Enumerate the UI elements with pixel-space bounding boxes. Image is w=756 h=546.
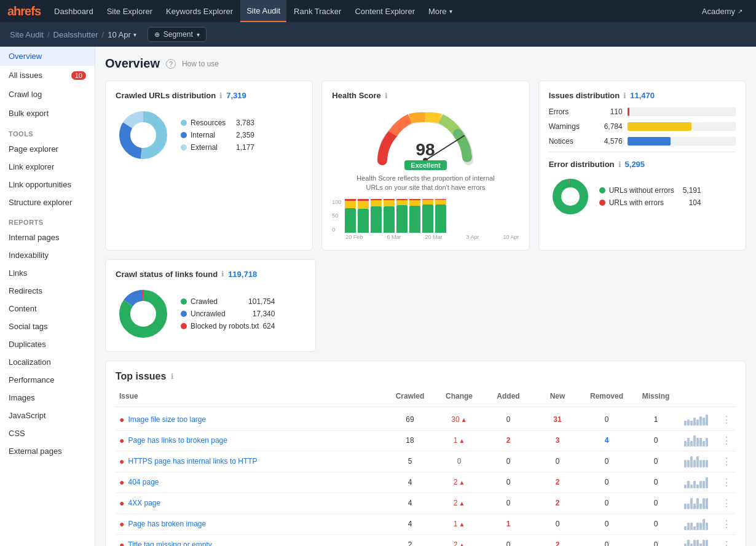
table-row[interactable]: ● Page has broken image 4 1 ▲ 1 0 0 0 ⋮ [116, 514, 736, 535]
th-actions [717, 389, 736, 403]
issues-dist-title: Issues distribution [549, 91, 620, 100]
sidebar: Overview All issues 10 Crawl log Bulk ex… [0, 47, 95, 546]
nav-dashboard[interactable]: Dashboard [48, 0, 100, 22]
sidebar-item-page-explorer[interactable]: Page explorer [0, 140, 95, 158]
sidebar-item-css[interactable]: CSS [0, 424, 95, 442]
sidebar-item-crawl-log[interactable]: Crawl log [0, 85, 95, 104]
crawled-urls-total: 7,319 [226, 91, 246, 100]
crawled-urls-title: Crawled URLs distribution [116, 91, 216, 100]
crawled-urls-card: Crawled URLs distribution ℹ 7,319 [105, 80, 313, 251]
top-issues-card: Top issues ℹ Issue Crawled Change Added … [105, 361, 746, 546]
main-content: Overview ? How to use Crawled URLs distr… [95, 47, 756, 546]
table-row[interactable]: ● Page has links to broken page 18 1 ▲ 2… [116, 431, 736, 451]
error-dist-donut [549, 175, 592, 218]
sidebar-item-overview[interactable]: Overview [0, 47, 95, 66]
sidebar-item-internal-pages[interactable]: Internal pages [0, 228, 95, 246]
sidebar-item-images[interactable]: Images [0, 389, 95, 407]
th-missing: Missing [631, 389, 680, 403]
crawl-status-info-icon[interactable]: ℹ [221, 270, 224, 278]
sidebar-item-duplicates[interactable]: Duplicates [0, 335, 95, 353]
top-issues-title: Top issues [116, 371, 166, 382]
table-row[interactable]: ● 404 page 4 2 ▲ 0 2 0 0 ⋮ [116, 472, 736, 493]
crawled-urls-legend: Resources 3,783 Internal 2,359 External … [181, 119, 254, 152]
error-dist-info-icon[interactable]: ℹ [618, 160, 621, 169]
th-sparkline [680, 389, 717, 403]
nav-rank-tracker[interactable]: Rank Tracker [288, 0, 347, 22]
th-change: Change [435, 389, 484, 403]
th-removed: Removed [582, 389, 631, 403]
sidebar-item-localization[interactable]: Localization [0, 353, 95, 371]
health-score-card: Health Score ℹ 98 [321, 80, 529, 251]
sidebar-item-links[interactable]: Links [0, 264, 95, 282]
bc-sep1: / [47, 30, 50, 39]
sidebar-item-link-explorer[interactable]: Link explorer [0, 158, 95, 176]
sidebar-item-indexability[interactable]: Indexability [0, 246, 95, 264]
page-title: Overview [105, 57, 160, 71]
sidebar-item-redirects[interactable]: Redirects [0, 282, 95, 300]
nav-site-explorer[interactable]: Site Explorer [101, 0, 159, 22]
table-row[interactable]: ● Image file size too large 69 30 ▲ 0 31… [116, 410, 736, 431]
table-row[interactable]: ● Title tag missing or empty 2 2 ▲ 0 2 0… [116, 535, 736, 546]
segment-button[interactable]: ⊕ Segment ▾ [148, 27, 207, 42]
issues-dist-info-icon[interactable]: ℹ [623, 92, 626, 100]
issues-distribution-card: Issues distribution ℹ 11,470 Errors 110 … [538, 80, 746, 251]
crawled-urls-title-row: Crawled URLs distribution ℹ 7,319 [116, 91, 302, 100]
sidebar-item-social-tags[interactable]: Social tags [0, 318, 95, 335]
table-row[interactable]: ● HTTPS page has internal links to HTTP … [116, 451, 736, 472]
top-issues-info-icon[interactable]: ℹ [171, 372, 174, 381]
issues-dist-total: 11,470 [630, 91, 655, 100]
how-to-icon: ? [166, 59, 176, 69]
excellent-badge: Excellent [404, 160, 446, 170]
sidebar-item-javascript[interactable]: JavaScript [0, 407, 95, 424]
legend-external: External 1,177 [181, 143, 254, 152]
th-crawled: Crawled [385, 389, 435, 403]
sidebar-item-structure-explorer[interactable]: Structure explorer [0, 193, 95, 211]
top-nav: ahrefs Dashboard Site Explorer Keywords … [0, 0, 756, 22]
legend-resources: Resources 3,783 [181, 119, 254, 127]
health-gauge-svg: 98 [370, 105, 481, 166]
crawl-status-title: Crawl status of links found [116, 270, 218, 279]
sidebar-item-performance[interactable]: Performance [0, 371, 95, 389]
crawled-urls-info-icon[interactable]: ℹ [219, 92, 222, 100]
crawl-status-card: Crawl status of links found ℹ 119,718 [105, 259, 316, 352]
table-row[interactable]: ● 4XX page 4 2 ▲ 0 2 0 0 ⋮ [116, 493, 736, 514]
bc-date[interactable]: 10 Apr▾ [108, 30, 136, 39]
sidebar-section-reports: Reports [0, 214, 95, 228]
sidebar-item-content[interactable]: Content [0, 300, 95, 318]
sidebar-item-all-issues[interactable]: All issues 10 [0, 66, 95, 85]
crawl-status-donut [116, 286, 171, 341]
nav-more[interactable]: More▾ [422, 0, 459, 22]
page-header: Overview ? How to use [105, 57, 746, 71]
error-dist-title: Error distribution [549, 160, 615, 169]
breadcrumb-bar: Site Audit / Dealsshutter / 10 Apr▾ ⊕ Se… [0, 22, 756, 47]
sidebar-section-tools: Tools [0, 125, 95, 140]
crawl-status-total: 119,718 [228, 270, 257, 279]
legend-internal: Internal 2,359 [181, 131, 254, 139]
issues-dist-rows: Errors 110 Warnings 6,784 [549, 107, 736, 146]
crawled-urls-donut [116, 107, 171, 163]
bc-project[interactable]: Dealsshutter [53, 30, 98, 39]
health-score-title: Health Score [332, 91, 380, 100]
how-to-label[interactable]: How to use [182, 60, 219, 68]
bc-sep2: / [102, 30, 104, 39]
nav-content-explorer[interactable]: Content Explorer [348, 0, 421, 22]
nav-academy[interactable]: Academy↗ [696, 0, 749, 22]
all-issues-badge: 10 [71, 71, 86, 80]
issues-table-body: ● Image file size too large 69 30 ▲ 0 31… [116, 410, 736, 546]
logo: ahrefs [7, 4, 41, 18]
nav-keywords-explorer[interactable]: Keywords Explorer [160, 0, 239, 22]
th-issue: Issue [116, 389, 385, 403]
cards-row-top: Crawled URLs distribution ℹ 7,319 [105, 80, 746, 251]
th-added: Added [484, 389, 533, 403]
th-new: New [533, 389, 582, 403]
nav-site-audit[interactable]: Site Audit [240, 0, 286, 22]
sidebar-item-link-opportunities[interactable]: Link opportunities [0, 176, 95, 193]
error-dist-total: 5,295 [625, 160, 645, 169]
health-score-description: Health Score reflects the proportion of … [352, 174, 499, 193]
sidebar-item-bulk-export[interactable]: Bulk export [0, 104, 95, 123]
sidebar-item-external-pages[interactable]: External pages [0, 442, 95, 460]
bc-site-audit[interactable]: Site Audit [10, 30, 44, 39]
health-score-info-icon[interactable]: ℹ [385, 92, 388, 100]
